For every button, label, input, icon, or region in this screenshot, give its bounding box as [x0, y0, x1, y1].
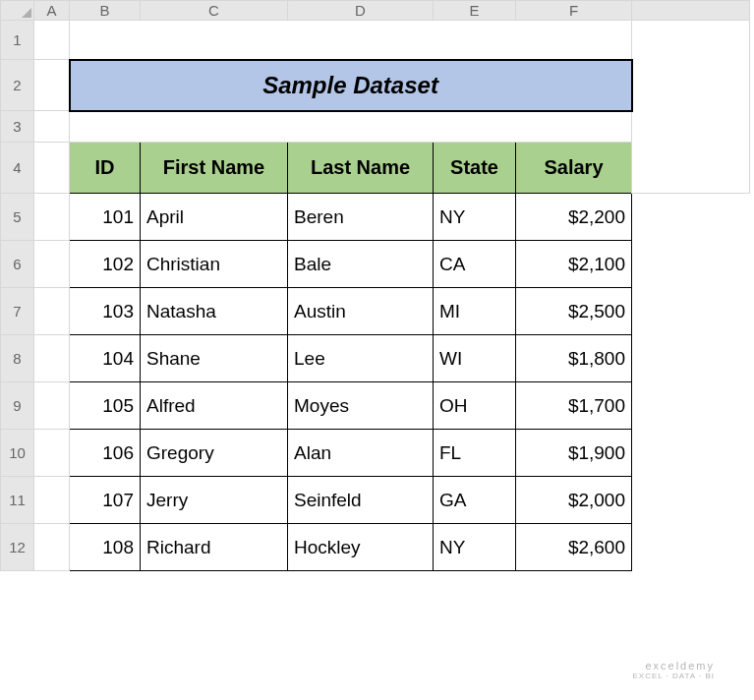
- row-header-3[interactable]: 3: [1, 111, 34, 143]
- cell-state-8[interactable]: WI: [434, 335, 516, 382]
- cell-A6[interactable]: [34, 241, 70, 288]
- header-state[interactable]: State: [434, 143, 516, 194]
- row-header-6[interactable]: 6: [1, 241, 34, 288]
- header-salary[interactable]: Salary: [516, 143, 632, 194]
- cell-id-9[interactable]: 105: [70, 382, 141, 430]
- cell-state-9[interactable]: OH: [434, 382, 516, 430]
- cell-id-8[interactable]: 104: [70, 335, 141, 382]
- title-text: Sample Dataset: [262, 72, 438, 99]
- col-header-A[interactable]: A: [34, 1, 70, 21]
- cell-state-10[interactable]: FL: [434, 430, 516, 477]
- row-header-10[interactable]: 10: [1, 430, 34, 477]
- cell-last-5[interactable]: Beren: [288, 194, 434, 241]
- row-header-1[interactable]: 1: [1, 21, 34, 60]
- row-header-12[interactable]: 12: [1, 524, 34, 571]
- cell-first-5[interactable]: April: [141, 194, 288, 241]
- cell-first-10[interactable]: Gregory: [141, 430, 288, 477]
- cell-id-5[interactable]: 101: [70, 194, 141, 241]
- cell-id-7[interactable]: 103: [70, 288, 141, 335]
- cell-A12[interactable]: [34, 524, 70, 571]
- cell-first-11[interactable]: Jerry: [141, 477, 288, 524]
- cell-salary-11[interactable]: $2,000: [516, 477, 632, 524]
- row-header-2[interactable]: 2: [1, 60, 34, 111]
- blank-area[interactable]: [632, 21, 750, 194]
- cell-A10[interactable]: [34, 430, 70, 477]
- cell-state-11[interactable]: GA: [434, 477, 516, 524]
- watermark-sub: EXCEL · DATA · BI: [632, 671, 715, 680]
- header-last[interactable]: Last Name: [288, 143, 434, 194]
- row-header-5[interactable]: 5: [1, 194, 34, 241]
- col-header-blank[interactable]: [632, 1, 750, 21]
- cell-id-11[interactable]: 107: [70, 477, 141, 524]
- cell-id-6[interactable]: 102: [70, 241, 141, 288]
- header-first[interactable]: First Name: [141, 143, 288, 194]
- cell-id-12[interactable]: 108: [70, 524, 141, 571]
- cell-B3[interactable]: [70, 111, 632, 143]
- cell-last-12[interactable]: Hockley: [288, 524, 434, 571]
- cell-A5[interactable]: [34, 194, 70, 241]
- row-header-7[interactable]: 7: [1, 288, 34, 335]
- cell-salary-9[interactable]: $1,700: [516, 382, 632, 430]
- cell-last-9[interactable]: Moyes: [288, 382, 434, 430]
- cell-state-5[interactable]: NY: [434, 194, 516, 241]
- cell-salary-7[interactable]: $2,500: [516, 288, 632, 335]
- col-header-B[interactable]: B: [70, 1, 141, 21]
- row-header-11[interactable]: 11: [1, 477, 34, 524]
- title-cell[interactable]: Sample Dataset: [70, 60, 632, 111]
- cell-first-8[interactable]: Shane: [141, 335, 288, 382]
- cell-salary-8[interactable]: $1,800: [516, 335, 632, 382]
- cell-A3[interactable]: [34, 111, 70, 143]
- col-header-D[interactable]: D: [288, 1, 434, 21]
- spreadsheet-grid: A B C D E F 1 2 Sample Dataset 3 4 ID Fi…: [0, 0, 750, 571]
- cell-last-8[interactable]: Lee: [288, 335, 434, 382]
- col-header-C[interactable]: C: [141, 1, 288, 21]
- cell-first-12[interactable]: Richard: [141, 524, 288, 571]
- cell-A8[interactable]: [34, 335, 70, 382]
- cell-A7[interactable]: [34, 288, 70, 335]
- cell-salary-6[interactable]: $2,100: [516, 241, 632, 288]
- row-header-8[interactable]: 8: [1, 335, 34, 382]
- cell-state-6[interactable]: CA: [434, 241, 516, 288]
- select-all-icon: [22, 8, 31, 18]
- cell-A2[interactable]: [34, 60, 70, 111]
- cell-last-6[interactable]: Bale: [288, 241, 434, 288]
- header-id[interactable]: ID: [70, 143, 141, 194]
- watermark: exceldemy EXCEL · DATA · BI: [632, 660, 715, 680]
- cell-A4[interactable]: [34, 143, 70, 194]
- cell-B1[interactable]: [70, 21, 632, 60]
- cell-last-7[interactable]: Austin: [288, 288, 434, 335]
- cell-A1[interactable]: [34, 21, 70, 60]
- col-header-F[interactable]: F: [516, 1, 632, 21]
- cell-salary-5[interactable]: $2,200: [516, 194, 632, 241]
- svg-marker-0: [22, 8, 31, 18]
- row-header-4[interactable]: 4: [1, 143, 34, 194]
- col-header-E[interactable]: E: [434, 1, 516, 21]
- cell-A9[interactable]: [34, 382, 70, 430]
- cell-last-11[interactable]: Seinfeld: [288, 477, 434, 524]
- cell-last-10[interactable]: Alan: [288, 430, 434, 477]
- cell-salary-10[interactable]: $1,900: [516, 430, 632, 477]
- select-all-corner[interactable]: [1, 1, 34, 21]
- cell-first-6[interactable]: Christian: [141, 241, 288, 288]
- watermark-main: exceldemy: [645, 660, 715, 671]
- cell-first-7[interactable]: Natasha: [141, 288, 288, 335]
- cell-id-10[interactable]: 106: [70, 430, 141, 477]
- cell-first-9[interactable]: Alfred: [141, 382, 288, 430]
- cell-salary-12[interactable]: $2,600: [516, 524, 632, 571]
- cell-state-12[interactable]: NY: [434, 524, 516, 571]
- cell-state-7[interactable]: MI: [434, 288, 516, 335]
- row-header-9[interactable]: 9: [1, 382, 34, 430]
- cell-A11[interactable]: [34, 477, 70, 524]
